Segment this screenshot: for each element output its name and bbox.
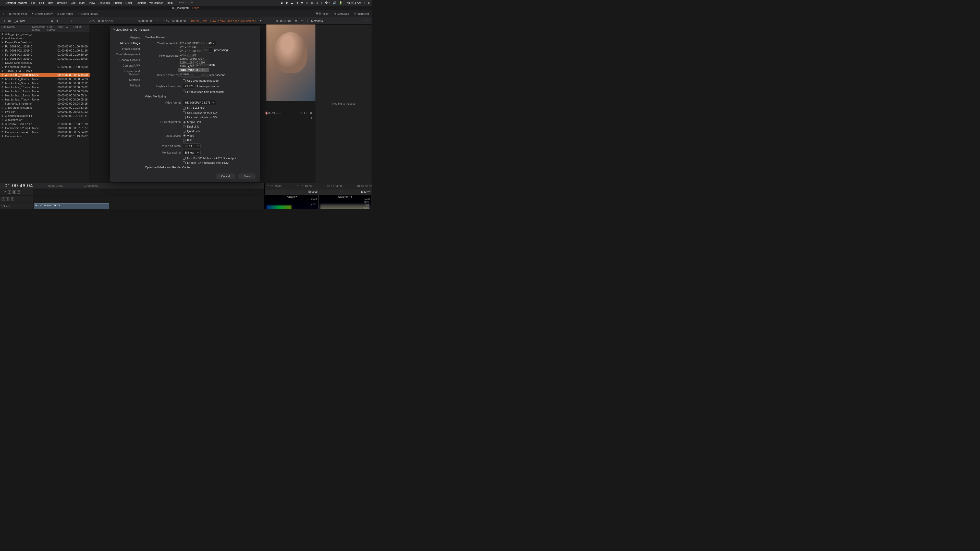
media-pool-row[interactable]: ⊡best for last_12.movNone00:00:00:0000:0… <box>0 94 89 97</box>
playback-framerate-input[interactable]: 23.976 <box>183 84 196 89</box>
timeline-tracks[interactable]: Text - TOP 5 MISTAKES best_... best_... … <box>33 189 264 209</box>
metadata-toggle[interactable]: ◈ Metadata <box>334 12 349 15</box>
cancel-button[interactable]: Cancel <box>216 173 235 179</box>
tl-icon[interactable]: ▭ <box>295 19 298 22</box>
res-option[interactable]: 720 x 576 PAL <box>178 45 209 49</box>
col-start[interactable]: Start TC <box>57 25 73 32</box>
media-pool-row[interactable]: ⊡best for last_11.movNone00:00:00:0000:0… <box>0 89 89 94</box>
monitor-scaling-dropdown[interactable]: Bilinear <box>183 150 200 155</box>
ruler[interactable]: 01:00:14:0001:00:28:00 <box>33 184 260 187</box>
home-icon[interactable]: ⌂ <box>3 12 4 15</box>
cat-capture-playback[interactable]: Capture and Playback <box>110 68 143 77</box>
tray-wifi-icon[interactable]: �◠ <box>325 1 330 5</box>
res-option-selected[interactable]: 3840 x 2160 Ultra HD <box>178 68 209 72</box>
scopes-layout-icon[interactable]: ⊞ ⊡ ⋯ <box>361 190 370 193</box>
cat-camera-raw[interactable]: Camera RAW <box>110 63 143 68</box>
media-pool-row[interactable]: T3 mistakes.srt <box>0 118 89 122</box>
levela-checkbox[interactable] <box>183 111 186 114</box>
tray-icon[interactable]: ◐ <box>286 1 288 5</box>
res-option[interactable]: 720 x 576 PAL <box>178 53 209 57</box>
view-list-icon[interactable]: ≡ <box>56 19 58 22</box>
tray-search-icon[interactable]: ⌕ <box>364 1 366 4</box>
media-pool-row[interactable]: ⊡A003C003_19070506X_CAN...None00:19:02:0… <box>0 73 89 77</box>
media-pool-row[interactable]: ⊞Commercials01:00:00:0001:13:25:07 <box>0 134 89 138</box>
current-bin[interactable]: _Current <box>14 19 25 22</box>
waveform-scope[interactable]: Waveform ▾ 10238967686405123842561280 <box>318 194 372 209</box>
tray-menu-icon[interactable]: ≡ <box>368 1 369 4</box>
last-icon[interactable]: ⏯ <box>310 111 313 115</box>
dl-video-radio[interactable] <box>183 135 186 137</box>
tray-icon[interactable]: ☁ <box>291 1 293 5</box>
sound-library-toggle[interactable]: ♫ Sound Library <box>77 12 98 15</box>
sort-icon[interactable]: ⁝ <box>71 19 72 22</box>
menu-clip[interactable]: Clip <box>71 1 76 4</box>
res-option[interactable]: Custom <box>178 72 209 76</box>
cat-general-options[interactable]: General Options <box>110 57 143 63</box>
track-toggle[interactable]: ◇ <box>8 190 11 194</box>
menu-view[interactable]: View <box>89 1 95 4</box>
media-pool-row[interactable]: ⊞3 biggest mistakes filmma...01:00:00:00… <box>0 114 89 118</box>
sdi-dual-radio[interactable] <box>183 125 186 128</box>
menu-fairlight[interactable]: Fairlight <box>136 1 146 4</box>
media-pool-row[interactable]: ♫cwq ep400:00:00:0000:43:41:12 <box>0 110 89 114</box>
dim-icon[interactable]: ⊡ <box>311 116 313 120</box>
media-pool-row[interactable]: ⊡the captain teaser IG post01:00:00:0001… <box>0 65 89 69</box>
cat-master-settings[interactable]: Master Settings <box>110 40 143 46</box>
media-pool-row[interactable]: ⊡FL_0001-002_2019-07-06_...01:00:49:0001… <box>0 48 89 52</box>
search-icon[interactable]: ⌕ <box>65 19 67 22</box>
track-v3[interactable]: V3vfx <box>0 203 33 209</box>
next-clip-icon[interactable]: ⏭ <box>304 111 307 115</box>
media-pool-toggle[interactable]: ▦ Media Pool <box>9 12 27 15</box>
cat-presets[interactable]: Presets <box>110 35 143 40</box>
res-option[interactable]: 1280 x 720 HD 720P <box>178 57 209 61</box>
tray-icon[interactable]: ◉ <box>280 1 283 5</box>
menu-mark[interactable]: Mark <box>79 1 85 4</box>
tray-battery-icon[interactable]: 🔋 <box>339 1 342 5</box>
menu-color[interactable]: Color <box>126 1 132 4</box>
media-pool-row[interactable]: ⊡FL_0001-003_2019-07-06_...01:00:51:2601… <box>0 52 89 57</box>
media-pool-row[interactable]: ⊡FL_0001-004_2019-07-06_...01:00:59:1901… <box>0 57 89 61</box>
col-reel[interactable]: Reel Name <box>47 25 57 32</box>
menu-app[interactable]: DaVinci Resolve <box>6 1 27 4</box>
dropframe-checkbox[interactable] <box>183 79 186 82</box>
timeline-name[interactable]: 190706_LIVE - How to mak...and a job (li… <box>191 19 256 22</box>
resolution-dropdown-menu[interactable]: 720 x 486 NTSC 720 x 576 PAL 720 x 576 P… <box>178 41 209 77</box>
col-name[interactable]: Clip Name <box>2 25 32 32</box>
hdr-checkbox[interactable] <box>183 162 186 164</box>
cat-fairlight[interactable]: Fairlight <box>110 83 143 88</box>
tray-volume-icon[interactable]: 🔊 <box>333 1 336 5</box>
program-viewer[interactable] <box>266 24 315 101</box>
volume-slider[interactable] <box>269 114 281 114</box>
res-option[interactable]: 1280 x 1080 HD 1280 <box>178 61 209 65</box>
tray-icon[interactable]: ⊡ <box>316 1 318 5</box>
cat-subtitles[interactable]: Subtitles <box>110 77 143 83</box>
source-zoom[interactable]: 79% <box>89 19 95 22</box>
video-format-dropdown[interactable]: HD 1080PsF 23.976 <box>183 100 216 105</box>
res-option[interactable]: 1920 x 1080 HD <box>178 65 209 68</box>
media-pool-row[interactable]: ⊡3 tips on jump starting you...01:00:00:… <box>0 106 89 110</box>
save-button[interactable]: Save <box>238 173 256 179</box>
col-dup[interactable]: Duplicated Media <box>32 25 48 32</box>
rec601-checkbox[interactable] <box>183 157 186 160</box>
media-pool-row[interactable]: ⊡best for last_8.movNone00:00:00:0000:00… <box>0 77 89 81</box>
parade-scope[interactable]: Parade ▾ 10237685122560 <box>265 194 318 209</box>
menu-file[interactable]: File <box>31 1 35 4</box>
media-pool-row[interactable]: ⊡best for last_9.movNone00:00:00:0000:00… <box>0 81 89 85</box>
edit-index-toggle[interactable]: ≡ Edit Index <box>57 12 73 15</box>
title-clip[interactable]: Text - TOP 5 MISTAKES <box>34 203 109 209</box>
tray-clock[interactable]: Thu 5:11 AM <box>345 1 361 4</box>
menu-playback[interactable]: Playback <box>99 1 110 4</box>
media-pool-row[interactable]: ♫i-am-defiant-instrumental-...00:00:00:0… <box>0 102 89 106</box>
media-pool-row[interactable]: ⊡FL_0001-001_2019-07-06_...00:00:00:0001… <box>0 44 89 48</box>
media-pool-row[interactable]: ⊞reel live stream <box>0 36 89 40</box>
cat-image-scaling[interactable]: Image Scaling <box>110 46 143 52</box>
effects-library-toggle[interactable]: ✦ Effects Library <box>32 12 53 15</box>
master-timecode[interactable]: 01:00:46:04 <box>5 183 33 189</box>
view-thumbs-icon[interactable]: ⊞ <box>51 19 53 22</box>
chevron-down-icon[interactable]: ▾ <box>260 19 262 22</box>
col-end[interactable]: End TC <box>73 25 88 32</box>
bitdepth-dropdown[interactable]: 10 bit <box>183 143 200 148</box>
menu-workspace[interactable]: Workspace <box>149 1 163 4</box>
tray-icon[interactable]: ⬆ <box>296 1 298 5</box>
bin-back-icon[interactable]: ◂ <box>3 19 5 22</box>
